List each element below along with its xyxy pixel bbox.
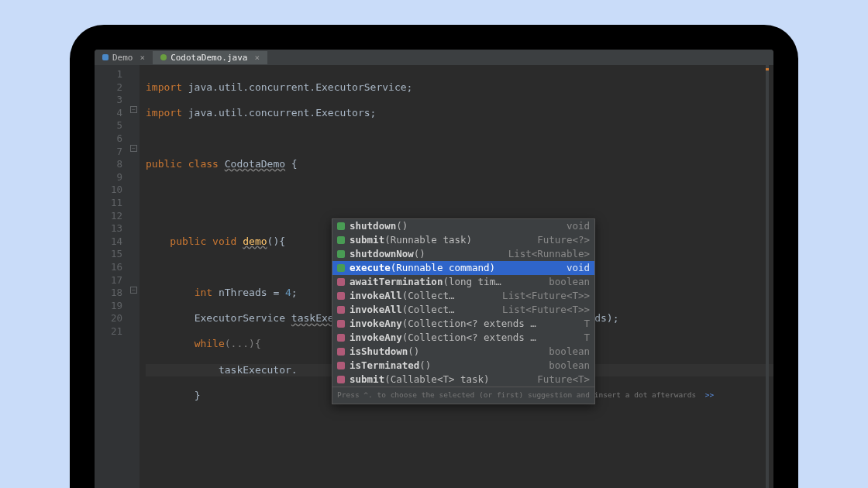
completion-signature: shutdownNow()	[350, 248, 498, 261]
completion-item[interactable]: isTerminated()boolean	[332, 359, 594, 373]
completion-item[interactable]: submit(Runnable task)Future<?>	[332, 233, 594, 247]
completion-item[interactable]: shutdown()void	[332, 219, 594, 233]
completion-return-type: T	[584, 332, 590, 345]
file-icon	[160, 54, 167, 60]
completion-item[interactable]: invokeAny(Collection<? extends …T	[332, 317, 594, 331]
method-icon	[337, 362, 345, 369]
tab-label: CodotaDemo.java	[170, 53, 247, 63]
completion-item[interactable]: submit(Callable<T> task)Future<T>	[332, 373, 594, 387]
completion-return-type: Future<?>	[537, 234, 590, 247]
completion-item[interactable]: invokeAll(Collect…List<Future<T>>	[332, 303, 594, 317]
autocomplete-popup[interactable]: shutdown()voidsubmit(Runnable task)Futur…	[332, 218, 595, 404]
completion-signature: awaitTermination(long tim…	[350, 276, 538, 289]
completion-signature: invokeAny(Collection<? extends …	[350, 332, 573, 345]
fold-icon[interactable]: −	[130, 287, 137, 294]
completion-signature: invokeAll(Collect…	[350, 290, 491, 303]
completion-return-type: List<Future<T>>	[502, 304, 590, 317]
close-icon[interactable]: ×	[140, 53, 146, 63]
popup-hint: Press ^. to choose the selected (or firs…	[332, 387, 594, 404]
completion-signature: invokeAny(Collection<? extends …	[350, 318, 573, 331]
device-frame: Demo × CodotaDemo.java × 123 456 789 101…	[70, 25, 798, 488]
screen: Demo × CodotaDemo.java × 123 456 789 101…	[95, 50, 773, 488]
method-icon	[337, 348, 345, 356]
completion-signature: submit(Callable<T> task)	[350, 373, 526, 387]
warning-mark[interactable]	[766, 68, 769, 70]
method-icon	[337, 306, 345, 314]
editor-tabs: Demo × CodotaDemo.java ×	[95, 50, 773, 65]
completion-signature: isShutdown()	[350, 345, 538, 359]
completion-return-type: boolean	[549, 276, 590, 289]
fold-column: − − −	[129, 65, 140, 488]
method-icon	[337, 320, 345, 328]
completion-return-type: void	[567, 262, 590, 275]
tab-demo[interactable]: Demo ×	[95, 51, 153, 64]
code-editor[interactable]: 123 456 789 101112 131415 161718 192021 …	[95, 65, 773, 488]
tab-label: Demo	[112, 53, 133, 63]
completion-signature: shutdown()	[350, 220, 556, 233]
completion-item[interactable]: awaitTermination(long tim…boolean	[332, 275, 594, 289]
completion-item[interactable]: invokeAny(Collection<? extends …T	[332, 331, 594, 345]
method-icon	[337, 222, 345, 230]
method-icon	[337, 264, 345, 272]
ide-window: Demo × CodotaDemo.java × 123 456 789 101…	[95, 50, 773, 488]
completion-item[interactable]: execute(Runnable command)void	[332, 261, 594, 275]
completion-signature: execute(Runnable command)	[350, 262, 556, 275]
code-area[interactable]: import java.util.concurrent.ExecutorServ…	[140, 65, 773, 488]
completion-return-type: boolean	[549, 345, 590, 359]
more-link[interactable]: >>	[705, 390, 714, 399]
completion-item[interactable]: shutdownNow()List<Runnable>	[332, 247, 594, 261]
close-icon[interactable]: ×	[254, 53, 260, 63]
method-icon	[337, 278, 345, 286]
completion-return-type: List<Runnable>	[508, 248, 590, 261]
method-icon	[337, 376, 345, 383]
completion-return-type: boolean	[549, 359, 590, 373]
completion-return-type: Future<T>	[537, 373, 590, 387]
completion-return-type: T	[584, 318, 590, 331]
fold-icon[interactable]: −	[130, 106, 137, 113]
completion-signature: submit(Runnable task)	[350, 234, 526, 247]
line-gutter: 123 456 789 101112 131415 161718 192021	[95, 65, 129, 488]
file-icon	[102, 54, 108, 60]
error-stripe	[766, 65, 769, 488]
method-icon	[337, 334, 345, 342]
completion-item[interactable]: invokeAll(Collect…List<Future<T>>	[332, 289, 594, 303]
completion-signature: isTerminated()	[350, 359, 538, 373]
method-icon	[337, 250, 345, 258]
completion-item[interactable]: isShutdown()boolean	[332, 345, 594, 359]
method-icon	[337, 236, 345, 244]
completion-return-type: void	[567, 220, 590, 233]
tab-codotademo[interactable]: CodotaDemo.java ×	[153, 51, 267, 64]
completion-return-type: List<Future<T>>	[502, 290, 590, 303]
fold-icon[interactable]: −	[130, 145, 137, 152]
completion-signature: invokeAll(Collect…	[350, 304, 491, 317]
method-icon	[337, 292, 345, 300]
